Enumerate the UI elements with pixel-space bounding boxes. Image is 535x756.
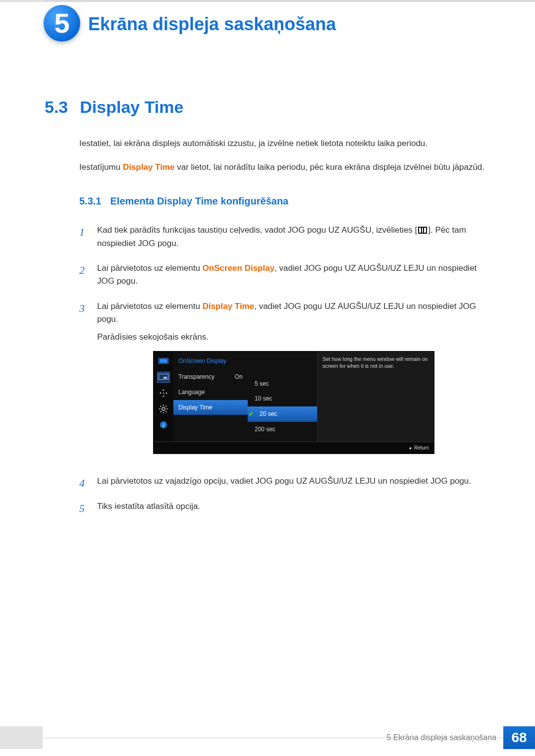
page-footer: 5 Ekrāna displeja saskaņošana 68: [387, 726, 535, 749]
intro2-emphasis: Display Time: [123, 162, 175, 172]
step-number: 5: [79, 500, 90, 518]
osd-option-selected: 20 sec: [248, 406, 317, 422]
svg-line-10: [160, 405, 161, 406]
osd-main: OnScreen Display Transparency On Languag…: [173, 352, 434, 442]
osd-transparency-value: On: [235, 372, 243, 382]
osd-option: 5 sec: [248, 376, 317, 392]
intro2-a: Iestatījumu: [79, 162, 123, 172]
steps-list: 1 Kad tiek parādīts funkcijas taustiņu c…: [79, 224, 490, 517]
osd-option: 200 sec: [248, 422, 317, 437]
step-2: 2 Lai pārvietotos uz elementu OnScreen D…: [79, 262, 490, 293]
footer-left-gutter: [0, 726, 43, 749]
osd-option-label: 5 sec: [255, 380, 269, 387]
intro2-b: var lietot, lai norādītu laika periodu, …: [174, 162, 484, 172]
svg-rect-1: [160, 359, 167, 363]
chapter-number-badge: 5: [44, 5, 80, 42]
gear-icon: [158, 404, 169, 414]
osd-option: 10 sec: [248, 391, 317, 406]
intro-paragraph-1: Iestatiet, lai ekrāna displejs automātis…: [79, 137, 490, 150]
step-body: Tiks iestatīta atlasītā opcija.: [97, 500, 490, 518]
move-icon: [158, 388, 169, 398]
footer-chapter-label: 5 Ekrāna displeja saskaņošana: [387, 733, 503, 742]
osd-option-label: 10 sec: [255, 395, 272, 402]
step-3: 3 Lai pārvietotos uz elementu Display Ti…: [79, 300, 490, 468]
picture-icon: [158, 356, 169, 366]
osd-return-label: Return: [414, 444, 429, 452]
svg-rect-3: [163, 377, 167, 379]
step-1: 1 Kad tiek parādīts funkcijas taustiņu c…: [79, 224, 490, 255]
svg-line-12: [160, 411, 161, 412]
step-5: 5 Tiks iestatīta atlasītā opcija.: [79, 500, 490, 518]
step-number: 1: [79, 224, 90, 255]
section-heading: 5.3 Display Time: [45, 94, 490, 120]
onscreen-display-icon: [158, 372, 169, 382]
svg-point-5: [162, 407, 165, 410]
osd-help-text: Set how long the menu window will remain…: [317, 352, 434, 442]
chapter-title: Ekrāna displeja saskaņošana: [88, 14, 336, 35]
step-number: 2: [79, 262, 90, 293]
step-body: Lai pārvietotos uz elementu OnScreen Dis…: [97, 262, 490, 293]
osd-nav-icons: i: [154, 352, 173, 442]
step-number: 4: [79, 475, 90, 493]
step1-a: Kad tiek parādīts funkcijas taustiņu ceļ…: [97, 225, 417, 235]
return-arrow-icon: ◂: [409, 444, 411, 452]
osd-language-label: Language: [178, 388, 205, 397]
osd-option-label: 20 sec: [260, 410, 277, 417]
step-body: Kad tiek parādīts funkcijas taustiņu ceļ…: [97, 224, 490, 255]
osd-row-display-time: Display Time: [173, 400, 248, 415]
osd-options-column: 5 sec 10 sec 20 sec 200 sec: [248, 352, 317, 442]
svg-rect-4: [163, 393, 164, 394]
step5-text: Tiks iestatīta atlasītā opcija.: [97, 500, 490, 513]
step-number: 3: [79, 300, 90, 468]
osd-row-transparency: Transparency On: [173, 369, 248, 385]
subsection-title: Elementa Display Time konfigurēšana: [110, 194, 288, 209]
page-top-rule: [0, 0, 535, 2]
intro-paragraph-2: Iestatījumu Display Time var lietot, lai…: [79, 161, 490, 174]
info-icon: i: [158, 420, 169, 430]
step4-text: Lai pārvietotos uz vajadzīgo opciju, vad…: [97, 475, 490, 488]
subsection-number: 5.3.1: [79, 194, 101, 209]
osd-left-column: OnScreen Display Transparency On Languag…: [173, 352, 248, 442]
svg-line-11: [165, 411, 166, 412]
step2-emphasis: OnScreen Display: [203, 263, 275, 273]
osd-footer: ◂ Return: [154, 442, 434, 454]
step-body: Lai pārvietotos uz elementu Display Time…: [97, 300, 490, 468]
step3-a: Lai pārvietotos uz elementu: [97, 302, 203, 311]
svg-line-13: [165, 405, 166, 406]
svg-text:i: i: [162, 422, 164, 428]
step3-emphasis: Display Time: [203, 302, 255, 311]
menu-icon: [418, 227, 427, 234]
step-4: 4 Lai pārvietotos uz vajadzīgo opciju, v…: [79, 475, 490, 493]
section-title: Display Time: [80, 94, 183, 120]
step3-c: Parādīsies sekojošais ekrāns.: [97, 331, 490, 344]
section-number: 5.3: [45, 94, 68, 120]
step2-a: Lai pārvietotos uz elementu: [97, 263, 203, 273]
osd-screenshot: i OnScreen Display Transparency On: [153, 351, 434, 454]
osd-display-time-label: Display Time: [178, 403, 213, 412]
osd-menu-title: OnScreen Display: [173, 354, 248, 370]
osd-row-language: Language: [173, 385, 248, 400]
subsection-heading: 5.3.1 Elementa Display Time konfigurēšan…: [79, 194, 490, 209]
step-body: Lai pārvietotos uz vajadzīgo opciju, vad…: [97, 475, 490, 493]
osd-option-label: 200 sec: [255, 426, 275, 433]
osd-body: i OnScreen Display Transparency On: [154, 352, 434, 442]
content-area: 5.3 Display Time Iestatiet, lai ekrāna d…: [45, 94, 490, 525]
osd-transparency-label: Transparency: [178, 372, 214, 382]
footer-page-number: 68: [503, 726, 535, 749]
